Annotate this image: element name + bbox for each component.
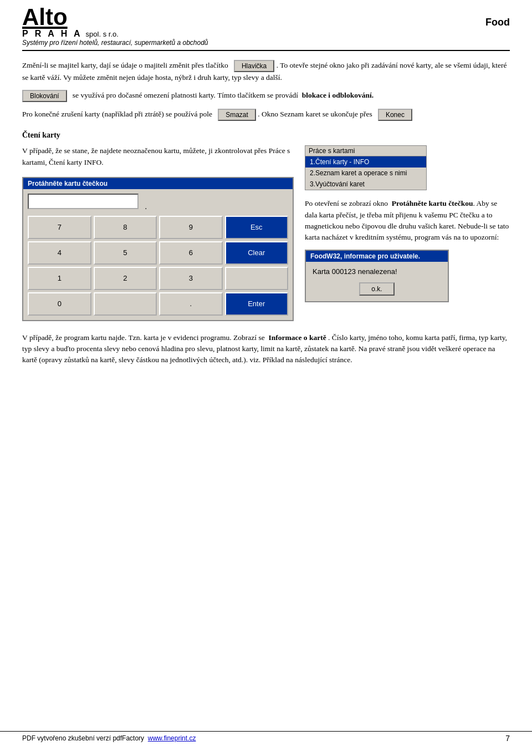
- numpad-btn-.[interactable]: .: [159, 292, 223, 316]
- logo-alto: Alto: [22, 6, 208, 29]
- numpad-btn-1[interactable]: 1: [28, 267, 91, 290]
- menu-widget: Práce s kartami 1.Čtení karty - INFO 2.S…: [305, 145, 427, 190]
- numpad-title: Protáhněte kartu čtečkou: [28, 180, 108, 187]
- p3-before-text: Pro konečné zrušení karty (například při…: [22, 110, 212, 118]
- col-left: V případě, že se stane, že najdete neozn…: [22, 145, 294, 321]
- info-dialog: FoodW32, informace pro uživatele. Karta …: [305, 250, 449, 302]
- header: Alto P R A H A spol. s r.o. Systémy pro …: [22, 6, 510, 51]
- numpad-titlebar: Protáhněte kartu čtečkou: [23, 178, 293, 189]
- numpad-btn-8[interactable]: 8: [94, 216, 157, 239]
- footer-text: PDF vytvořeno zkušební verzí pdfFactory …: [22, 734, 196, 742]
- food-label: Food: [485, 6, 510, 28]
- konec-button[interactable]: Konec: [378, 109, 412, 121]
- menu-widget-title: Práce s kartami: [305, 146, 426, 156]
- footer: PDF vytvořeno zkušební verzí pdfFactory …: [0, 731, 532, 745]
- header-left: Alto P R A H A spol. s r.o. Systémy pro …: [22, 6, 208, 47]
- info-dialog-btn-row: o.k.: [313, 282, 441, 296]
- content: Změní-li se majitel karty, dají se údaje…: [22, 60, 510, 366]
- numpad-btn-[interactable]: [94, 292, 157, 316]
- page: Alto P R A H A spol. s r.o. Systémy pro …: [0, 0, 532, 756]
- bottom-p1-before: V případě, že program kartu najde. Tzn. …: [22, 333, 265, 342]
- numpad-btn-7[interactable]: 7: [28, 216, 91, 239]
- paragraph-1: Změní-li se majitel karty, dají se údaje…: [22, 60, 510, 83]
- numpad-grid: 789Esc456Clear1230.Enter: [28, 216, 288, 316]
- numpad-content: . 789Esc456Clear1230.Enter: [23, 189, 293, 320]
- section-cteni-heading: Čtení karty: [22, 131, 510, 140]
- footer-label: PDF vytvořeno zkušební verzí pdfFactory: [22, 734, 144, 742]
- info-dialog-content: Karta 000123 nenalezena! o.k.: [306, 262, 448, 301]
- numpad-btn-esc[interactable]: Esc: [225, 216, 289, 239]
- col-right: Práce s kartami 1.Čtení karty - INFO 2.S…: [305, 145, 510, 321]
- logo-spol: spol. s r.o.: [86, 30, 119, 38]
- numpad-dot: .: [145, 202, 147, 211]
- logo-praha: P R A H A: [22, 29, 83, 39]
- po-otevreni-text: Po otevření se zobrazí okno Protáhněte k…: [305, 198, 510, 243]
- footer-page: 7: [505, 734, 510, 743]
- logo-tagline: Systémy pro řízení hotelů, restaurací, s…: [22, 39, 208, 47]
- info-dialog-title: FoodW32, informace pro uživatele.: [306, 251, 448, 262]
- numpad-btn-0[interactable]: 0: [28, 292, 91, 316]
- numpad-btn-2[interactable]: 2: [94, 267, 157, 290]
- p1-text: Změní-li se majitel karty, dají se údaje…: [22, 61, 228, 69]
- numpad-btn-9[interactable]: 9: [159, 216, 223, 239]
- menu-item-1[interactable]: 1.Čtení karty - INFO: [305, 156, 426, 168]
- smazat-button[interactable]: Smazat: [218, 109, 256, 121]
- ok-button[interactable]: o.k.: [359, 282, 394, 296]
- cteni-text: V případě, že se stane, že najdete neozn…: [22, 145, 294, 168]
- blokovani-button[interactable]: Blokování: [22, 90, 67, 102]
- po-otevreni-part1: Po otevření se zobrazí okno: [305, 199, 388, 207]
- footer-link[interactable]: www.fineprint.cz: [148, 734, 196, 742]
- po-otevreni-bold: Protáhněte kartu čtečkou: [392, 199, 473, 207]
- numpad-btn-clear[interactable]: Clear: [225, 241, 289, 265]
- menu-item-3[interactable]: 3.Vyúčtování karet: [305, 179, 426, 190]
- menu-item-2[interactable]: 2.Seznam karet a operace s nimi: [305, 168, 426, 179]
- info-dialog-message: Karta 000123 nenalezena!: [313, 267, 441, 276]
- numpad-window: Protáhněte kartu čtečkou . 789Esc456Clea…: [22, 177, 294, 321]
- numpad-input-row: .: [28, 194, 288, 211]
- bottom-p1-bold: Informace o kartě: [268, 333, 326, 342]
- numpad-btn-6[interactable]: 6: [159, 241, 223, 265]
- p2-text: se využívá pro dočasné omezení platnosti…: [73, 91, 298, 99]
- numpad-btn-[interactable]: [225, 267, 289, 290]
- numpad-btn-enter[interactable]: Enter: [225, 292, 289, 316]
- hlavicka-button[interactable]: Hlavička: [234, 60, 274, 72]
- numpad-btn-4[interactable]: 4: [28, 241, 91, 265]
- two-col-layout: V případě, že se stane, že najdete neozn…: [22, 145, 510, 321]
- bottom-text: V případě, že program kartu najde. Tzn. …: [22, 332, 510, 366]
- p3-after-text: . Okno Seznam karet se ukončuje přes: [258, 110, 372, 118]
- paragraph-3: Pro konečné zrušení karty (například při…: [22, 109, 510, 121]
- numpad-input-field[interactable]: [28, 194, 139, 209]
- cteni-paragraph: V případě, že se stane, že najdete neozn…: [22, 146, 290, 166]
- p2-bold-text: blokace i odblokování.: [302, 91, 374, 99]
- numpad-btn-5[interactable]: 5: [94, 241, 157, 265]
- numpad-btn-3[interactable]: 3: [159, 267, 223, 290]
- paragraph-2: Blokování se využívá pro dočasné omezení…: [22, 90, 510, 102]
